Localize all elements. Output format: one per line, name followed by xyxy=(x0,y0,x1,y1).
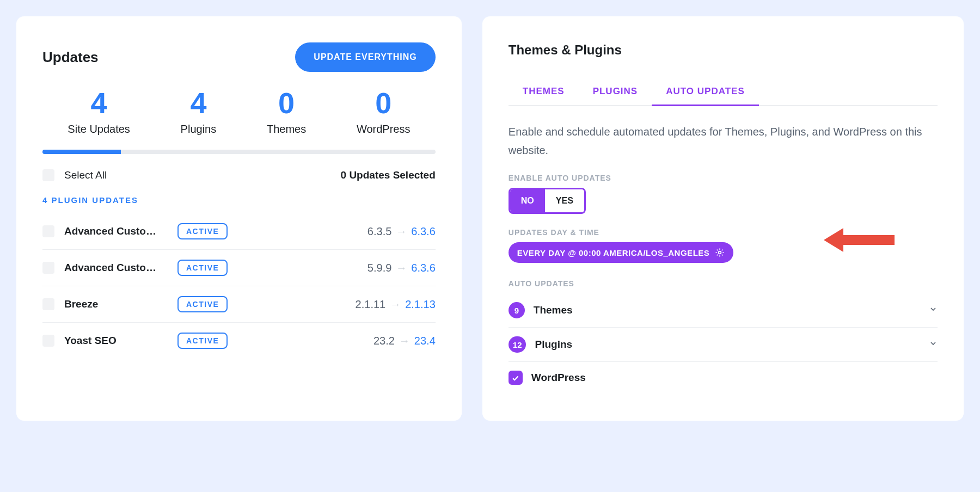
stat-label: Themes xyxy=(267,123,306,136)
toggle-yes[interactable]: YES xyxy=(545,189,584,212)
update-everything-button[interactable]: UPDATE EVERYTHING xyxy=(295,42,435,72)
tab-plugins[interactable]: PLUGINS xyxy=(579,79,652,106)
plugin-name: Yoast SEO xyxy=(64,335,168,347)
version-new: 6.3.6 xyxy=(411,262,435,274)
plugin-checkbox[interactable] xyxy=(42,262,54,274)
version-new: 2.1.13 xyxy=(405,298,436,311)
enable-auto-updates-toggle[interactable]: NO YES xyxy=(509,188,586,214)
updates-selected-count: 0 Updates Selected xyxy=(341,169,436,181)
updates-progress-fill xyxy=(42,150,121,154)
active-badge: ACTIVE xyxy=(177,223,228,239)
stat-value: 0 xyxy=(267,88,306,118)
version-old: 23.2 xyxy=(373,335,395,347)
active-badge: ACTIVE xyxy=(177,333,228,349)
version-block: 5.9.9 → 6.3.6 xyxy=(367,262,436,274)
plugin-row: Yoast SEO ACTIVE 23.2 → 23.4 xyxy=(42,323,436,359)
plugin-checkbox[interactable] xyxy=(42,298,54,310)
active-badge: ACTIVE xyxy=(177,296,228,312)
count-badge: 9 xyxy=(509,302,525,318)
themes-plugins-card: Themes & Plugins THEMES PLUGINS AUTO UPD… xyxy=(482,16,964,421)
schedule-text: EVERY DAY @ 00:00 AMERICA/LOS_ANGELES xyxy=(517,248,710,257)
arrow-right-icon: → xyxy=(390,298,401,311)
auto-updates-section-label: AUTO UPDATES xyxy=(509,279,938,288)
tab-themes[interactable]: THEMES xyxy=(509,79,579,106)
version-old: 6.3.5 xyxy=(367,225,391,238)
count-badge: 12 xyxy=(509,336,526,353)
plugin-name: Advanced Custo… xyxy=(64,225,168,237)
tabs: THEMES PLUGINS AUTO UPDATES xyxy=(509,79,938,106)
tab-auto-updates[interactable]: AUTO UPDATES xyxy=(652,79,759,106)
chevron-down-icon xyxy=(929,304,938,316)
stat-label: Site Updates xyxy=(68,123,130,136)
active-badge: ACTIVE xyxy=(177,260,228,276)
version-block: 6.3.5 → 6.3.6 xyxy=(367,225,436,238)
plugin-row: Breeze ACTIVE 2.1.11 → 2.1.13 xyxy=(42,286,436,323)
enable-auto-updates-label: ENABLE AUTO UPDATES xyxy=(509,174,938,182)
stat-site-updates[interactable]: 4 Site Updates xyxy=(68,88,130,136)
updates-title: Updates xyxy=(42,49,99,66)
arrow-right-icon: → xyxy=(396,262,407,274)
plugin-name: Breeze xyxy=(64,298,168,310)
stat-plugins[interactable]: 4 Plugins xyxy=(181,88,217,136)
plugin-row: Advanced Custo… ACTIVE 6.3.5 → 6.3.6 xyxy=(42,213,436,250)
stat-label: Plugins xyxy=(181,123,217,136)
auto-row-wordpress[interactable]: WordPress xyxy=(509,362,938,393)
plugin-checkbox[interactable] xyxy=(42,225,54,237)
version-block: 2.1.11 → 2.1.13 xyxy=(356,298,436,311)
auto-row-label: Plugins xyxy=(535,339,572,350)
schedule-pill[interactable]: EVERY DAY @ 00:00 AMERICA/LOS_ANGELES xyxy=(509,242,734,263)
select-all-checkbox[interactable] xyxy=(42,169,54,181)
plugin-checkbox[interactable] xyxy=(42,335,54,347)
plugin-updates-heading: 4 PLUGIN UPDATES xyxy=(42,195,436,205)
version-new: 23.4 xyxy=(414,335,436,347)
auto-row-themes[interactable]: 9 Themes xyxy=(509,293,938,328)
auto-row-plugins[interactable]: 12 Plugins xyxy=(509,328,938,362)
toggle-no[interactable]: NO xyxy=(510,189,545,212)
select-all-label: Select All xyxy=(64,169,107,181)
svg-point-0 xyxy=(719,251,721,254)
auto-row-label: Themes xyxy=(534,304,573,316)
select-row: Select All 0 Updates Selected xyxy=(42,169,436,181)
gear-icon xyxy=(715,248,725,257)
stat-value: 0 xyxy=(357,88,411,118)
version-old: 2.1.11 xyxy=(356,298,386,311)
checkbox-checked-icon[interactable] xyxy=(509,371,523,385)
updates-header: Updates UPDATE EVERYTHING xyxy=(42,42,436,72)
arrow-right-icon: → xyxy=(399,335,410,347)
stat-wordpress[interactable]: 0 WordPress xyxy=(357,88,411,136)
auto-row-label: WordPress xyxy=(531,372,586,384)
arrow-right-icon: → xyxy=(396,225,407,238)
chevron-down-icon xyxy=(929,339,938,350)
stat-value: 4 xyxy=(181,88,217,118)
version-new: 6.3.6 xyxy=(411,225,435,238)
plugin-name: Advanced Custo… xyxy=(64,262,168,274)
updates-progress xyxy=(42,150,436,154)
version-old: 5.9.9 xyxy=(367,262,391,274)
themes-plugins-title: Themes & Plugins xyxy=(509,42,938,58)
stat-label: WordPress xyxy=(357,123,411,136)
version-block: 23.2 → 23.4 xyxy=(373,335,436,347)
plugin-update-list: Advanced Custo… ACTIVE 6.3.5 → 6.3.6 Adv… xyxy=(42,213,436,359)
stat-themes[interactable]: 0 Themes xyxy=(267,88,306,136)
updates-stats: 4 Site Updates 4 Plugins 0 Themes 0 Word… xyxy=(42,88,436,136)
updates-card: Updates UPDATE EVERYTHING 4 Site Updates… xyxy=(16,16,462,421)
auto-updates-description: Enable and schedule automated updates fo… xyxy=(509,122,938,159)
auto-updates-list: 9 Themes 12 Plugins WordPress xyxy=(509,293,938,393)
schedule-label: UPDATES DAY & TIME xyxy=(509,228,938,237)
stat-value: 4 xyxy=(68,88,130,118)
plugin-row: Advanced Custo… ACTIVE 5.9.9 → 6.3.6 xyxy=(42,250,436,286)
